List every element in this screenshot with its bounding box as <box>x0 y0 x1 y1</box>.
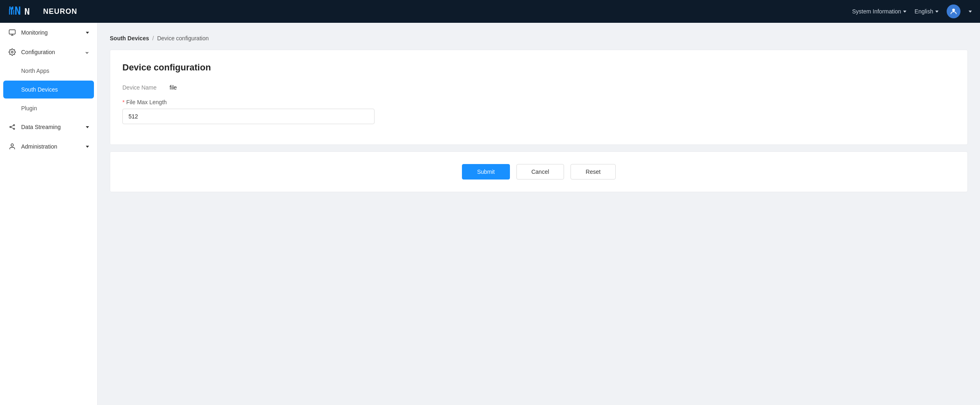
breadcrumb: South Devices / Device configuration <box>110 35 968 42</box>
file-max-length-input[interactable] <box>122 109 375 124</box>
config-icon <box>8 48 16 56</box>
required-star: * <box>122 99 124 105</box>
device-name-value: file <box>170 84 177 91</box>
sidebar-north-apps-label: North Apps <box>21 68 89 74</box>
main-content: South Devices / Device configuration Dev… <box>98 23 980 405</box>
sidebar-configuration-label: Configuration <box>21 49 80 55</box>
logo-icon: "N N <box>8 5 39 18</box>
device-config-card: Device configuration Device Name file * … <box>110 50 968 145</box>
topnav-right: System Information English <box>852 4 972 18</box>
svg-point-5 <box>952 9 955 11</box>
sidebar-administration-label: Administration <box>21 143 81 150</box>
svg-line-14 <box>11 127 13 129</box>
submit-button[interactable]: Submit <box>462 164 510 180</box>
system-info-chevron-icon <box>903 11 906 13</box>
svg-point-15 <box>11 144 13 146</box>
administration-chevron-icon <box>86 146 89 148</box>
user-chevron-icon <box>969 11 972 13</box>
sidebar-item-plugin[interactable]: Plugin <box>0 99 97 117</box>
device-name-row: Device Name file <box>122 84 955 91</box>
sidebar-item-configuration[interactable]: Configuration <box>0 42 97 62</box>
device-name-label: Device Name <box>122 84 163 91</box>
language-menu[interactable]: English <box>915 8 939 15</box>
svg-rect-2 <box>11 7 12 15</box>
language-chevron-icon <box>935 11 939 13</box>
sidebar-south-devices-label: South Devices <box>8 86 89 93</box>
svg-point-11 <box>13 125 15 126</box>
top-navbar: "N N NEURON System Information English <box>0 0 980 23</box>
admin-icon <box>8 142 16 151</box>
monitoring-chevron-icon <box>86 32 89 34</box>
file-max-length-label: * File Max Length <box>122 99 955 105</box>
user-menu-chevron[interactable] <box>969 11 972 13</box>
svg-rect-1 <box>9 9 10 15</box>
svg-point-12 <box>13 128 15 129</box>
svg-line-13 <box>11 125 13 127</box>
page-title: Device configuration <box>122 62 955 73</box>
sidebar-item-monitoring[interactable]: Monitoring <box>0 23 97 42</box>
sidebar-item-north-apps[interactable]: North Apps <box>0 62 97 80</box>
breadcrumb-current: Device configuration <box>157 35 209 42</box>
svg-text:N: N <box>24 7 30 17</box>
sidebar-item-data-streaming[interactable]: Data Streaming <box>0 117 97 137</box>
sidebar-item-administration[interactable]: Administration <box>0 137 97 156</box>
logo-text: NEURON <box>43 7 77 16</box>
sidebar-item-south-devices[interactable]: South Devices <box>3 81 94 99</box>
monitor-icon <box>8 28 16 37</box>
configuration-chevron-icon <box>85 49 89 55</box>
sidebar-monitoring-label: Monitoring <box>21 29 81 36</box>
layout: Monitoring Configuration North Apps Sout… <box>0 0 980 405</box>
svg-point-10 <box>10 127 11 128</box>
svg-rect-3 <box>13 10 14 15</box>
data-streaming-chevron-icon <box>86 126 89 128</box>
system-info-menu[interactable]: System Information <box>852 8 906 15</box>
svg-point-9 <box>11 51 13 53</box>
streaming-icon <box>8 123 16 131</box>
file-max-length-group: * File Max Length <box>122 99 955 124</box>
logo: "N N NEURON <box>8 5 77 18</box>
breadcrumb-separator: / <box>152 35 154 42</box>
reset-button[interactable]: Reset <box>571 164 616 180</box>
action-card: Submit Cancel Reset <box>110 151 968 192</box>
cancel-button[interactable]: Cancel <box>516 164 564 180</box>
breadcrumb-parent[interactable]: South Devices <box>110 35 149 42</box>
sidebar-data-streaming-label: Data Streaming <box>21 124 81 130</box>
svg-rect-6 <box>9 30 15 34</box>
sidebar: Monitoring Configuration North Apps Sout… <box>0 23 98 405</box>
user-avatar[interactable] <box>947 4 960 18</box>
sidebar-plugin-label: Plugin <box>21 105 89 112</box>
